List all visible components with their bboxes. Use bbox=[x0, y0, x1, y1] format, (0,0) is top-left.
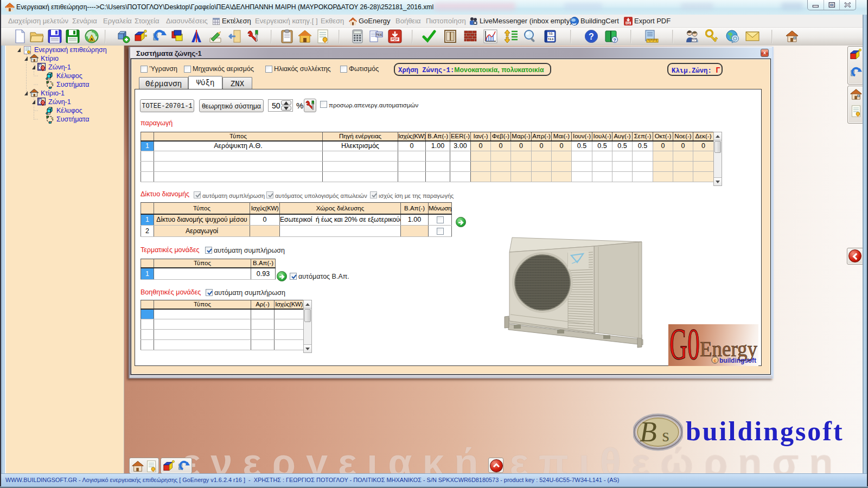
svg-text:A: A bbox=[90, 37, 93, 42]
svg-text:c: c bbox=[713, 358, 716, 363]
svg-text:?: ? bbox=[613, 37, 616, 43]
svg-text:T.O.: T.O. bbox=[548, 33, 553, 35]
svg-text:T.E.E: T.E.E bbox=[548, 38, 554, 41]
svg-text:TEE: TEE bbox=[376, 33, 382, 36]
svg-text:G0: G0 bbox=[669, 324, 700, 366]
svg-text:B: B bbox=[640, 416, 657, 447]
svg-text:PDF: PDF bbox=[626, 22, 631, 25]
svg-text:?: ? bbox=[589, 32, 594, 41]
svg-text:s: s bbox=[662, 425, 669, 445]
svg-text:PDF: PDF bbox=[392, 37, 399, 41]
svg-text:buildingsoft: buildingsoft bbox=[719, 357, 756, 364]
